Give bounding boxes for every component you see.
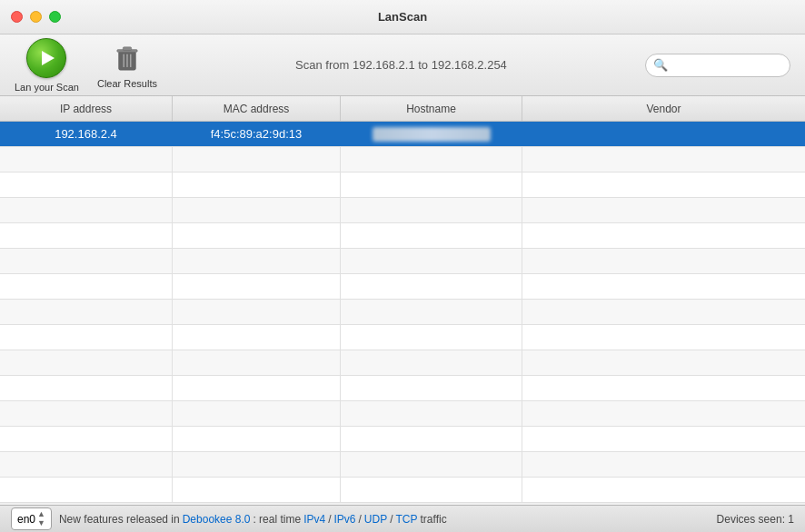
- toolbar: Lan your Scan Clear Results Scan from 19…: [0, 34, 805, 96]
- hostname: [341, 401, 522, 426]
- mac-address: [173, 147, 341, 172]
- message-suffix: traffic: [421, 513, 447, 526]
- table-row[interactable]: [0, 147, 805, 172]
- ip-address: [0, 452, 173, 477]
- table-row[interactable]: [0, 401, 805, 427]
- table-row[interactable]: [0, 478, 805, 503]
- mac-address: [173, 427, 341, 451]
- table-row[interactable]: [0, 427, 805, 452]
- vendor: [522, 478, 805, 502]
- hostname: [341, 274, 522, 299]
- mac-address: [173, 478, 341, 502]
- hostname-blurred: [373, 127, 491, 142]
- vendor: [522, 350, 805, 375]
- header-mac: MAC address: [173, 96, 341, 121]
- toolbar-right: 🔍: [645, 54, 790, 77]
- hostname: [341, 147, 522, 172]
- mac-address: [173, 274, 341, 299]
- hostname: [341, 427, 522, 451]
- ip-address: [0, 249, 173, 273]
- vendor: [522, 401, 805, 426]
- minimize-button[interactable]: [30, 11, 42, 23]
- ip-address: [0, 427, 173, 451]
- hostname: [341, 198, 522, 222]
- mac-address: [173, 172, 341, 197]
- table-row[interactable]: [0, 172, 805, 198]
- clear-button[interactable]: [113, 42, 142, 74]
- table-row[interactable]: [0, 452, 805, 478]
- scan-range: Scan from 192.168.2.1 to 192.168.2.254: [157, 58, 645, 72]
- scan-label: Lan your Scan: [15, 82, 79, 93]
- hostname: [341, 452, 522, 477]
- message-prefix: New features released in: [59, 513, 180, 526]
- network-interface: en0: [17, 513, 35, 526]
- title-bar: LanScan: [0, 0, 805, 34]
- table-header: IP address MAC address Hostname Vendor: [0, 96, 805, 122]
- chevron-icon: ▲ ▼: [37, 510, 45, 527]
- vendor: [522, 274, 805, 299]
- table-row[interactable]: [0, 198, 805, 223]
- mac-address: [173, 401, 341, 426]
- hostname: [341, 249, 522, 273]
- hostname: [341, 223, 522, 248]
- window-controls: [11, 11, 61, 23]
- table-body: 192.168.2.4 f4:5c:89:a2:9d:13: [0, 122, 805, 505]
- vendor: [522, 300, 805, 324]
- hostname: [341, 376, 522, 400]
- vendor: [522, 223, 805, 248]
- window-title: LanScan: [378, 10, 427, 24]
- debookee-link[interactable]: Debookee 8.0: [183, 513, 251, 526]
- ip-address: [0, 376, 173, 400]
- table-row[interactable]: [0, 223, 805, 249]
- tcp-link[interactable]: TCP: [396, 513, 418, 526]
- hostname: [341, 300, 522, 324]
- search-input[interactable]: [671, 58, 782, 72]
- table-row[interactable]: 192.168.2.4 f4:5c:89:a2:9d:13: [0, 122, 805, 147]
- slash3: /: [390, 513, 393, 526]
- ip-address: [0, 300, 173, 324]
- table-row[interactable]: [0, 350, 805, 376]
- mac-address: [173, 249, 341, 273]
- svg-rect-2: [123, 46, 131, 50]
- table-row[interactable]: [0, 300, 805, 325]
- mac-address: f4:5c:89:a2:9d:13: [173, 122, 341, 146]
- ipv6-link[interactable]: IPv6: [333, 513, 355, 526]
- ip-address: [0, 478, 173, 502]
- mac-address: [173, 300, 341, 324]
- vendor: [522, 198, 805, 222]
- maximize-button[interactable]: [49, 11, 61, 23]
- vendor: [522, 249, 805, 273]
- mac-address: [173, 198, 341, 222]
- scan-button[interactable]: [26, 38, 66, 78]
- status-bar: en0 ▲ ▼ New features released in Debooke…: [0, 505, 805, 532]
- ip-address: [0, 401, 173, 426]
- message-middle: : real time: [253, 513, 301, 526]
- table-row[interactable]: [0, 325, 805, 350]
- ip-address: [0, 172, 173, 197]
- mac-address: [173, 452, 341, 477]
- ip-address: [0, 147, 173, 172]
- network-selector[interactable]: en0 ▲ ▼: [11, 507, 52, 530]
- udp-link[interactable]: UDP: [364, 513, 387, 526]
- table-row[interactable]: [0, 249, 805, 274]
- hostname: [341, 172, 522, 197]
- table-row[interactable]: [0, 376, 805, 401]
- ip-address: [0, 198, 173, 222]
- mac-address: [173, 376, 341, 400]
- mac-address: [173, 223, 341, 248]
- search-icon: 🔍: [653, 58, 668, 72]
- search-box[interactable]: 🔍: [645, 54, 790, 77]
- vendor: [522, 325, 805, 350]
- header-hostname: Hostname: [341, 96, 522, 121]
- ip-address: [0, 223, 173, 248]
- close-button[interactable]: [11, 11, 23, 23]
- vendor: [522, 172, 805, 197]
- header-vendor: Vendor: [522, 96, 805, 121]
- table-row[interactable]: [0, 274, 805, 300]
- vendor: [522, 122, 805, 146]
- ip-address: [0, 325, 173, 350]
- ip-address: [0, 274, 173, 299]
- ip-address: 192.168.2.4: [0, 122, 173, 146]
- ipv4-link[interactable]: IPv4: [303, 513, 325, 526]
- mac-address: [173, 325, 341, 350]
